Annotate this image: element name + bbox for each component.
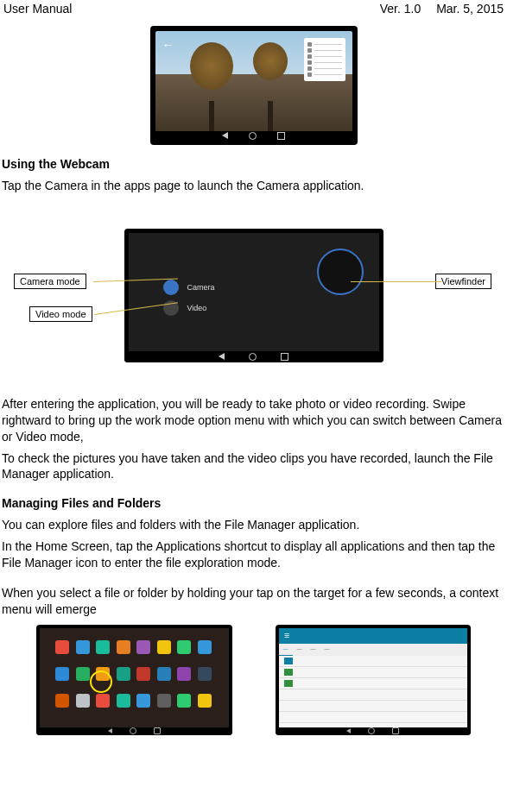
camera-diagram: Camera Video Camera mode Video mode View… <box>2 220 505 384</box>
files-p2: In the Home Screen, tap the Applications… <box>2 538 505 571</box>
wallpaper-screenshot: ← <box>150 26 358 145</box>
nav-back-icon <box>108 728 112 733</box>
nav-recent-icon <box>154 727 161 734</box>
doc-title: User Manual <box>3 2 72 16</box>
fm-tab: — <box>307 645 320 656</box>
callout-viewfinder: Viewfinder <box>435 274 491 289</box>
callout-line <box>351 281 441 282</box>
fm-tab: — <box>320 645 334 656</box>
webcam-intro-text: Tap the Camera in the apps page to launc… <box>2 178 505 194</box>
hamburger-icon: ☰ <box>284 633 289 639</box>
nav-back-icon <box>219 353 225 360</box>
date-label: Mar. 5, 2015 <box>436 2 504 16</box>
callout-camera-mode: Camera mode <box>14 274 86 289</box>
camera-screenshot: Camera Video <box>124 229 383 362</box>
video-mode-label: Video <box>187 304 207 312</box>
nav-home-icon <box>249 353 257 361</box>
camera-desc-1: After entering the application, you will… <box>2 396 505 445</box>
nav-back-icon <box>346 728 351 733</box>
fm-tab: — <box>279 645 293 656</box>
back-arrow-icon: ← <box>162 38 174 52</box>
nav-home-icon <box>249 132 257 140</box>
files-p1: You can explore files and folders with t… <box>2 517 505 533</box>
camera-mode-icon <box>163 280 179 295</box>
fm-tab: — <box>293 645 307 656</box>
version-label: Ver. 1.0 <box>380 2 421 16</box>
overflow-menu <box>304 38 345 81</box>
nav-home-icon <box>130 727 136 734</box>
camera-desc-2: To check the pictures you have taken and… <box>2 450 505 483</box>
nav-recent-icon <box>277 132 285 140</box>
nav-recent-icon <box>281 353 288 361</box>
file-manager-screenshot: ☰ — — — — <box>276 625 472 735</box>
section-title-webcam: Using the Webcam <box>2 157 505 171</box>
viewfinder-circle <box>317 249 364 295</box>
files-p3: When you select a file or folder by hold… <box>2 585 505 618</box>
apps-screenshot <box>36 625 232 735</box>
nav-recent-icon <box>392 727 399 734</box>
section-title-files: Managing Files and Folders <box>2 496 505 510</box>
callout-video-mode: Video mode <box>29 306 92 322</box>
highlight-ring-icon <box>90 670 112 693</box>
nav-home-icon <box>368 727 375 734</box>
nav-back-icon <box>222 132 228 139</box>
camera-mode-label: Camera <box>187 283 215 292</box>
